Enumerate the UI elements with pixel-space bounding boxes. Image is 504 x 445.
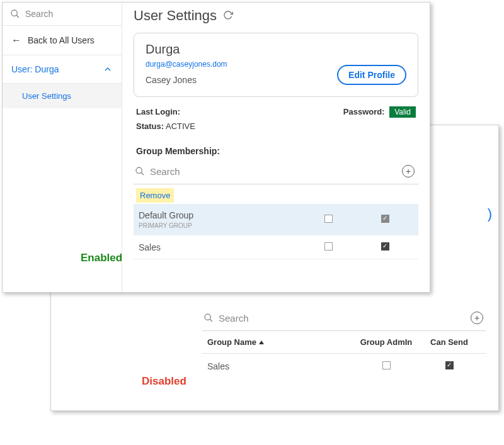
annotation-disabled: Disabled (142, 375, 186, 388)
group-table-header: Group Name Group AdmIn Can Send (202, 331, 486, 354)
can-send-checkbox[interactable] (381, 242, 389, 251)
edit-profile-button[interactable]: Edit Profile (337, 65, 406, 85)
sidebar-user-label: User: Durga (11, 64, 59, 74)
page-title: User Settings (134, 8, 217, 24)
group-name: Default Group (139, 210, 193, 220)
svg-point-4 (136, 167, 142, 173)
password-label: Password: (343, 107, 385, 116)
group-row-back[interactable]: Sales (202, 354, 486, 379)
sidebar-item-user-settings[interactable]: User Settings (3, 84, 122, 108)
sidebar-user-toggle[interactable]: User: Durga (3, 55, 122, 84)
user-card: Durga durga@caseyjones.dom Casey Jones E… (134, 33, 418, 97)
user-company: Casey Jones (146, 75, 227, 85)
status-value: ACTIVE (166, 121, 195, 131)
add-group-button-back[interactable]: + (471, 312, 483, 324)
back-to-all-users[interactable]: ← Back to All Users (3, 26, 122, 55)
group-search-input-back[interactable] (219, 313, 338, 324)
svg-line-3 (16, 15, 19, 18)
edit-profile-peek: ) (488, 206, 492, 222)
group-row-default[interactable]: Default Group PRIMARY GROUP (134, 204, 418, 236)
sidebar: ← Back to All Users User: Durga User Set… (3, 3, 122, 292)
group-search-input[interactable] (150, 166, 270, 177)
group-admin-checkbox[interactable] (382, 361, 391, 369)
sidebar-search (3, 3, 122, 26)
search-icon (203, 313, 214, 323)
group-name-cell: Sales (207, 361, 355, 371)
header-group-admin[interactable]: Group AdmIn (355, 337, 418, 347)
refresh-icon[interactable] (223, 10, 233, 22)
user-name: Durga (146, 42, 227, 57)
sidebar-search-input[interactable] (25, 9, 101, 19)
can-send-checkbox[interactable] (445, 361, 454, 369)
group-admin-checkbox[interactable] (324, 242, 333, 251)
header-group-name[interactable]: Group Name (207, 337, 355, 347)
can-send-checkbox[interactable] (381, 215, 389, 223)
group-name: Sales (139, 242, 161, 252)
panel-enabled-state: ← Back to All Users User: Durga User Set… (2, 2, 430, 293)
header-can-send[interactable]: Can Send (418, 337, 481, 347)
arrow-left-icon: ← (11, 35, 21, 46)
last-login-label: Last Login: (136, 107, 180, 116)
password-badge: Valid (389, 106, 416, 118)
group-row-sales[interactable]: Sales (134, 236, 418, 259)
main-content: User Settings Durga durga@caseyjones.dom… (122, 3, 430, 292)
group-search-row-back: + (202, 308, 486, 331)
group-admin-checkbox[interactable] (324, 215, 333, 223)
svg-line-1 (210, 319, 212, 322)
add-group-button[interactable]: + (402, 165, 415, 177)
chevron-up-icon (103, 64, 113, 74)
svg-point-0 (205, 314, 210, 320)
search-icon (135, 166, 145, 176)
annotation-enabled: Enabled (81, 252, 122, 264)
svg-point-2 (11, 10, 17, 16)
user-email-link[interactable]: durga@caseyjones.dom (146, 60, 227, 69)
primary-group-tag: PRIMARY GROUP (139, 222, 300, 229)
remove-link[interactable]: Remove (136, 188, 174, 203)
sort-asc-icon (259, 341, 264, 344)
back-label: Back to All Users (28, 35, 94, 45)
group-membership-title: Group Membership: (134, 140, 418, 161)
search-icon (10, 9, 20, 19)
svg-line-5 (141, 172, 144, 175)
status-label: Status: (136, 121, 164, 131)
